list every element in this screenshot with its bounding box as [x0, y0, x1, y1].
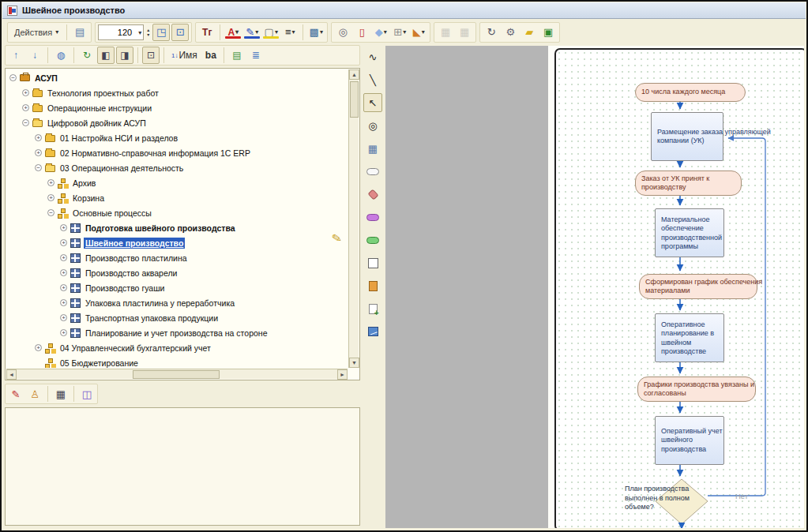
expander-icon[interactable]: +	[35, 344, 42, 351]
caret-down-icon[interactable]: ▾	[403, 28, 406, 36]
tree-item[interactable]: +Технология проектных работ	[6, 85, 348, 100]
box-3d-button[interactable]: ⊞▾	[391, 24, 408, 41]
rotate-button[interactable]: ↻	[483, 24, 500, 41]
edit-button[interactable]: ✎	[7, 385, 24, 403]
actions-button[interactable]: Действия ▾	[10, 24, 62, 41]
layers-button[interactable]: ◫	[78, 385, 96, 403]
caret-down-icon[interactable]: ▾	[275, 28, 278, 36]
picture-button[interactable]: ▩▾	[307, 24, 325, 41]
expander-icon[interactable]: −	[9, 74, 17, 81]
tree-item[interactable]: −03 Операционная деятельность	[6, 160, 348, 175]
scheme-block-tool[interactable]: ▦	[363, 139, 382, 158]
sort-by-name-button[interactable]: 1↓ Имя	[168, 47, 201, 64]
expander-icon[interactable]: +	[60, 224, 67, 231]
scheme-workspace[interactable]: 10 числа каждого месяца Размещение заказ…	[385, 46, 804, 528]
tree-horizontal-scrollbar[interactable]: ◄ ►	[6, 369, 348, 379]
document-button[interactable]: ▯	[353, 24, 370, 41]
fit-contents-button[interactable]: ◳	[152, 24, 170, 41]
level-collapse-button[interactable]: ◧	[97, 47, 115, 64]
expander-icon[interactable]: +	[60, 329, 67, 336]
expander-icon[interactable]: −	[47, 209, 54, 216]
expander-icon[interactable]: +	[60, 254, 67, 261]
tree-item[interactable]: +Транспортная упаковка продукции	[6, 310, 348, 325]
pointer-tool[interactable]: ↖	[363, 93, 382, 112]
expander-icon[interactable]: +	[60, 299, 67, 306]
tree-item[interactable]: +04 Управленческий бухгалтерский учет	[6, 340, 348, 355]
eraser-button[interactable]: ▰	[521, 24, 538, 41]
settings-button[interactable]: ▤	[228, 47, 246, 64]
figure-button[interactable]: ♙	[26, 385, 43, 403]
search-button[interactable]: ◍	[52, 47, 70, 64]
expander-icon[interactable]: +	[47, 194, 54, 201]
tree-item[interactable]: +02 Нормативно-справочная информация 1С …	[6, 145, 348, 160]
expander-icon[interactable]: +	[47, 179, 54, 186]
spinner-down-icon[interactable]: ▾	[147, 32, 149, 37]
service-button[interactable]: ⚙	[502, 24, 519, 41]
expander-icon[interactable]: +	[60, 284, 67, 291]
polygon-button[interactable]: ◆▾	[372, 24, 389, 41]
tree-item[interactable]: +Производство гуаши	[6, 280, 348, 295]
tree-item[interactable]: +Производство акварели	[6, 265, 348, 280]
decision-shape-tool[interactable]	[363, 185, 382, 204]
scroll-up-button[interactable]: ▲	[349, 69, 359, 80]
caret-down-icon[interactable]: ▾	[422, 28, 425, 36]
expander-icon[interactable]: +	[35, 134, 42, 141]
window-up-button[interactable]: ⊡	[142, 47, 160, 64]
expander-icon[interactable]: −	[22, 119, 29, 126]
cone-button[interactable]: ◣▾	[410, 24, 427, 41]
tree-item[interactable]: 05 Бюджетирование	[6, 355, 348, 368]
sort-alpha-button[interactable]: ba	[202, 47, 220, 64]
font-color-button[interactable]: А▾	[224, 24, 242, 41]
expander-icon[interactable]: −	[35, 164, 42, 171]
flowchart-node-process[interactable]: Материальное обеспечение производственно…	[655, 208, 724, 257]
zoom-dropdown-icon[interactable]: ▾	[138, 29, 141, 36]
stadium-shape-tool[interactable]	[363, 162, 382, 181]
tree-item[interactable]: −Цифровой двойник АСУП	[6, 115, 348, 130]
process-shape-tool[interactable]	[363, 230, 382, 249]
refresh-button[interactable]: ↻	[78, 47, 96, 64]
flowchart-node-event[interactable]: Графики производства увязаны и согласова…	[637, 377, 756, 402]
chart-tool[interactable]	[363, 322, 382, 341]
tree-item[interactable]: +Архив	[6, 175, 348, 190]
ellipse-shape-tool[interactable]	[363, 208, 382, 227]
expander-icon[interactable]: +	[60, 269, 67, 276]
add-page-tool[interactable]	[363, 299, 382, 318]
scroll-thumb[interactable]	[133, 370, 220, 379]
tree-config-button[interactable]: ≣	[247, 47, 265, 64]
expander-icon[interactable]: +	[22, 104, 29, 111]
move-down-button[interactable]: ↓	[26, 47, 43, 64]
scheme-button[interactable]: ▦	[52, 385, 70, 403]
scroll-down-button[interactable]: ▼	[349, 358, 359, 368]
line-color-button[interactable]: ✎▾	[243, 24, 261, 41]
point-button[interactable]: ◎	[334, 24, 351, 41]
zoom-input[interactable]: 120 ▾	[98, 24, 144, 40]
tree-item[interactable]: +01 Настройка НСИ и разделов	[6, 130, 348, 145]
scroll-thumb[interactable]	[350, 81, 359, 118]
level-expand-button[interactable]: ◨	[116, 47, 133, 64]
flowchart-node-process[interactable]: Оперативный учет швейного производства	[655, 416, 724, 465]
rectangle-shape-tool[interactable]	[363, 253, 382, 272]
caret-down-icon[interactable]: ▾	[255, 28, 258, 36]
tree-item[interactable]: +Производство пластилина	[6, 250, 348, 265]
scroll-left-button[interactable]: ◄	[6, 369, 17, 380]
connector-tool[interactable]: ∿	[363, 47, 382, 66]
move-up-button[interactable]: ↑	[7, 47, 24, 64]
tree-item[interactable]: +Планирование и учет производства на сто…	[6, 325, 348, 340]
fill-color-button[interactable]: ▢▾	[262, 24, 280, 41]
tree-item[interactable]: +Операционные инструкции	[6, 100, 348, 115]
scroll-right-button[interactable]: ►	[337, 369, 348, 380]
select-tool[interactable]: ◎	[363, 116, 382, 135]
flowchart-page[interactable]: 10 числа каждого месяца Размещение заказ…	[554, 48, 804, 528]
tree-item-selected[interactable]: +Швейное производство	[6, 235, 348, 250]
note-shape-tool[interactable]	[363, 276, 382, 295]
caret-down-icon[interactable]: ▾	[320, 28, 323, 36]
tree-item[interactable]: +Подготовка швейного производства	[6, 220, 348, 235]
tree-vertical-scrollbar[interactable]: ▲ ▼	[348, 69, 359, 368]
tree-item[interactable]: −Основные процессы	[6, 205, 348, 220]
expander-icon[interactable]: +	[60, 239, 67, 246]
expander-icon[interactable]: +	[60, 314, 67, 321]
zoom-spinner[interactable]: ▴ ▾	[145, 28, 151, 37]
flowchart-node-event[interactable]: Заказ от УК принят к производству	[635, 170, 742, 196]
tree-item[interactable]: +Корзина	[6, 190, 348, 205]
caret-down-icon[interactable]: ▾	[292, 28, 295, 36]
